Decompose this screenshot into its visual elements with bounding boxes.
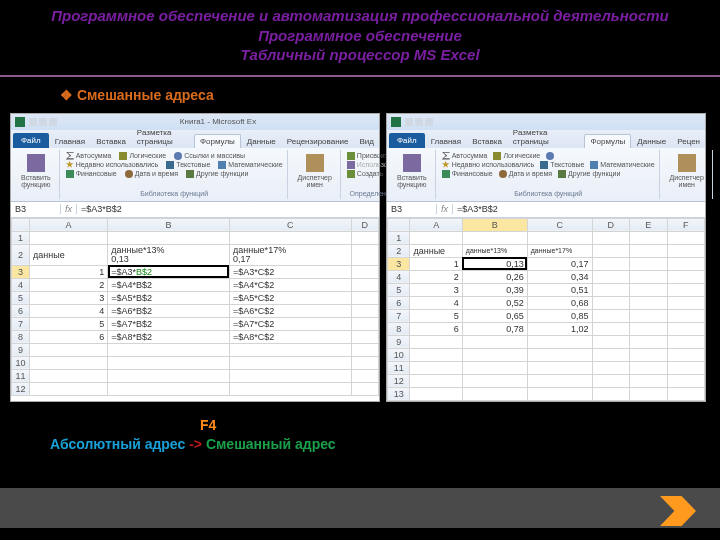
cell[interactable]: 0,52: [462, 296, 527, 309]
row-header[interactable]: 4: [12, 278, 30, 291]
math-button[interactable]: Математические: [218, 161, 282, 169]
tab-insert[interactable]: Вставка: [91, 135, 131, 148]
cell[interactable]: [630, 335, 667, 348]
cell[interactable]: [592, 244, 629, 257]
cell[interactable]: [462, 361, 527, 374]
row-header[interactable]: 11: [12, 369, 30, 382]
cell[interactable]: 6: [410, 322, 462, 335]
cell[interactable]: 6: [30, 330, 108, 343]
text-button[interactable]: Текстовые: [166, 161, 210, 169]
cell[interactable]: [630, 387, 667, 400]
tab-formulas[interactable]: Формулы: [194, 134, 241, 148]
select-all[interactable]: [388, 218, 410, 231]
tab-home[interactable]: Главная: [426, 135, 466, 148]
cell[interactable]: 1: [30, 265, 108, 278]
cell[interactable]: 0,85: [527, 309, 592, 322]
cell[interactable]: [229, 356, 351, 369]
col-B[interactable]: B: [462, 218, 527, 231]
cell[interactable]: [351, 356, 378, 369]
cell[interactable]: [592, 387, 629, 400]
col-D[interactable]: D: [592, 218, 629, 231]
tab-file[interactable]: Файл: [13, 133, 49, 148]
cell[interactable]: [229, 369, 351, 382]
autosum-button[interactable]: Автосумма: [442, 152, 488, 160]
datetime-button[interactable]: Дата и время: [125, 170, 178, 178]
cell[interactable]: =$A7*C$2: [229, 317, 351, 330]
cell[interactable]: [527, 231, 592, 244]
cell[interactable]: [527, 374, 592, 387]
cell[interactable]: [667, 257, 704, 270]
col-E[interactable]: E: [630, 218, 667, 231]
cell[interactable]: =$A4*C$2: [229, 278, 351, 291]
cell[interactable]: [592, 322, 629, 335]
cell[interactable]: [592, 257, 629, 270]
cell[interactable]: [30, 382, 108, 395]
tab-home[interactable]: Главная: [50, 135, 90, 148]
more-button[interactable]: Другие функции: [558, 170, 620, 178]
cell[interactable]: [667, 387, 704, 400]
cell[interactable]: [527, 387, 592, 400]
cell[interactable]: [462, 335, 527, 348]
cell[interactable]: [30, 356, 108, 369]
datetime-button[interactable]: Дата и время: [499, 170, 552, 178]
lookup-button[interactable]: Ссылки и массивы: [174, 152, 245, 160]
row-header[interactable]: 9: [388, 335, 410, 348]
row-header[interactable]: 10: [388, 348, 410, 361]
cell[interactable]: [667, 309, 704, 322]
tab-review[interactable]: Рецен: [672, 135, 705, 148]
cell[interactable]: [592, 231, 629, 244]
cell[interactable]: [667, 296, 704, 309]
cell[interactable]: [462, 348, 527, 361]
formula-input[interactable]: =$A3*B$2: [77, 204, 379, 214]
cell[interactable]: [351, 265, 378, 278]
cell[interactable]: =$A5*C$2: [229, 291, 351, 304]
cell[interactable]: [30, 231, 108, 244]
row-header[interactable]: 3: [388, 257, 410, 270]
cell[interactable]: 0,39: [462, 283, 527, 296]
cell[interactable]: 0,78: [462, 322, 527, 335]
row-header[interactable]: 8: [12, 330, 30, 343]
row-header[interactable]: 1: [388, 231, 410, 244]
tab-data[interactable]: Данные: [632, 135, 671, 148]
fx-label[interactable]: fx: [437, 204, 453, 214]
cell[interactable]: [351, 231, 378, 244]
cell[interactable]: [108, 231, 230, 244]
cell[interactable]: [462, 374, 527, 387]
cell[interactable]: 0,65: [462, 309, 527, 322]
cell[interactable]: [410, 335, 462, 348]
cell[interactable]: [351, 244, 378, 265]
recent-button[interactable]: Недавно использовались: [66, 161, 159, 169]
cell[interactable]: [351, 304, 378, 317]
cell[interactable]: [229, 343, 351, 356]
col-A[interactable]: A: [410, 218, 462, 231]
cell[interactable]: [592, 335, 629, 348]
row-header[interactable]: 8: [388, 322, 410, 335]
cell[interactable]: [410, 231, 462, 244]
row-header[interactable]: 3: [12, 265, 30, 278]
cell[interactable]: [351, 317, 378, 330]
cell[interactable]: [667, 283, 704, 296]
financial-button[interactable]: Финансовые: [66, 170, 117, 178]
cell[interactable]: [462, 387, 527, 400]
row-header[interactable]: 9: [12, 343, 30, 356]
cell[interactable]: данные: [30, 244, 108, 265]
cell[interactable]: [667, 348, 704, 361]
tab-pagelayout[interactable]: Разметка страницы: [508, 126, 584, 148]
tab-pagelayout[interactable]: Разметка страницы: [132, 126, 193, 148]
cell[interactable]: 5: [30, 317, 108, 330]
cell[interactable]: [630, 309, 667, 322]
cell[interactable]: [667, 374, 704, 387]
cell[interactable]: данные*13%: [462, 244, 527, 257]
cell[interactable]: [667, 231, 704, 244]
cell[interactable]: 0,17: [527, 257, 592, 270]
col-F[interactable]: F: [667, 218, 704, 231]
cell[interactable]: [108, 382, 230, 395]
col-D[interactable]: D: [351, 218, 378, 231]
cell[interactable]: 0,68: [527, 296, 592, 309]
cell[interactable]: 4: [30, 304, 108, 317]
cell[interactable]: [592, 348, 629, 361]
cell[interactable]: [108, 343, 230, 356]
cell[interactable]: =$A7*B$2: [108, 317, 230, 330]
cell[interactable]: [351, 291, 378, 304]
cell[interactable]: 0,26: [462, 270, 527, 283]
